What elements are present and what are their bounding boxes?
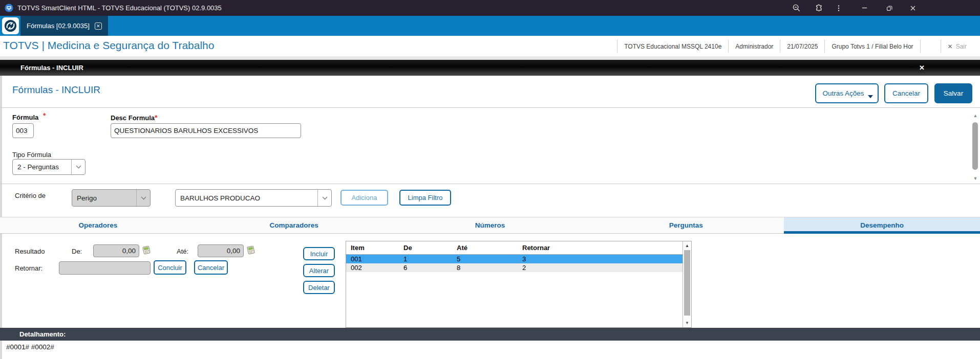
tipo-formula-label: Tipo Fórmula xyxy=(12,151,51,159)
screen: TOTVS SmartClient HTML - TOTVS Educacion… xyxy=(0,0,980,359)
app-tab-formulas[interactable]: Fórmulas [02.9.0035] ✕ xyxy=(20,16,108,36)
column-retornar: Retornar xyxy=(518,244,691,252)
app-tabstrip: Fórmulas [02.9.0035] ✕ xyxy=(0,16,980,36)
tab-desempenho[interactable]: Desempenho xyxy=(784,217,980,233)
scroll-up-icon[interactable]: ▲ xyxy=(971,113,979,118)
minimize-button[interactable] xyxy=(857,2,871,14)
header-divider xyxy=(0,56,980,60)
grid-scrollbar[interactable]: ▲ ▼ xyxy=(683,241,691,327)
save-button[interactable]: Salvar xyxy=(934,83,972,103)
resultado-label: Resultado xyxy=(15,248,45,255)
tab-operadores[interactable]: Operadores xyxy=(0,217,196,233)
detalhamento-bar: Detalhamento: xyxy=(0,328,980,341)
current-date: 21/07/2025 xyxy=(780,40,824,53)
deletar-button[interactable]: Deletar xyxy=(303,281,335,294)
user-name: Administrador xyxy=(728,40,780,53)
cell-retornar: 3 xyxy=(518,255,691,263)
main-content: Fórmulas - INCLUIR Outras Ações Cancelar… xyxy=(0,76,980,359)
cancelar-item-button[interactable]: Cancelar xyxy=(194,260,228,275)
menu-kebab-icon[interactable] xyxy=(832,2,846,14)
zoom-search-icon[interactable] xyxy=(789,2,803,14)
tipo-formula-select[interactable]: 2 - Perguntas xyxy=(12,159,86,175)
retornar-input[interactable] xyxy=(59,261,151,275)
cell-item: 001 xyxy=(346,255,399,263)
tabs-bar: Operadores Comparadores Números Pergunta… xyxy=(0,217,980,234)
tab-close-icon[interactable]: ✕ xyxy=(95,23,102,30)
grid-header: Item De Até Retornar xyxy=(346,241,691,255)
tab-comparadores[interactable]: Comparadores xyxy=(196,217,392,233)
retornar-label: Retornar: xyxy=(15,264,42,272)
window-title: TOTVS SmartClient HTML - TOTVS Educacion… xyxy=(17,0,222,16)
panel-close-icon[interactable]: ✕ xyxy=(919,60,925,76)
concluir-button[interactable]: Concluir xyxy=(154,260,186,275)
chevron-down-icon xyxy=(317,190,331,206)
desc-formula-input[interactable] xyxy=(111,123,301,138)
app-icon xyxy=(5,4,13,12)
panel-title: Fórmulas - INCLUIR xyxy=(20,60,83,76)
restore-button[interactable] xyxy=(882,2,897,14)
calculator-icon[interactable] xyxy=(141,245,152,255)
de-label: De: xyxy=(72,248,82,255)
cell-item: 002 xyxy=(346,264,399,272)
close-icon: ✕ xyxy=(948,43,953,50)
scroll-up-icon[interactable]: ▲ xyxy=(683,242,691,250)
ate-input[interactable] xyxy=(198,244,244,257)
divider xyxy=(0,184,980,184)
column-de: De xyxy=(399,244,452,252)
cell-de: 1 xyxy=(399,255,452,263)
formula-input[interactable] xyxy=(12,123,34,138)
window-titlebar: TOTVS SmartClient HTML - TOTVS Educacion… xyxy=(0,0,980,16)
resultados-grid: Item De Até Retornar 001 1 5 3 002 6 8 2… xyxy=(346,241,692,328)
cancel-button[interactable]: Cancelar xyxy=(884,83,928,103)
calculator-icon[interactable] xyxy=(246,245,256,255)
detalhamento-value: #0001# #0002# xyxy=(6,343,54,351)
criterio-tipo-select[interactable]: Perigo xyxy=(72,189,151,207)
extensions-icon[interactable] xyxy=(811,2,825,14)
divider xyxy=(0,107,980,108)
branch-name: Grupo Totvs 1 / Filial Belo Hor xyxy=(824,40,920,53)
close-button[interactable] xyxy=(906,2,920,14)
logout-label: Sair xyxy=(956,43,967,50)
grid-row[interactable]: 002 6 8 2 xyxy=(346,263,691,272)
detalhamento-label: Detalhamento: xyxy=(19,330,66,338)
cell-ate: 5 xyxy=(452,255,518,263)
de-input[interactable] xyxy=(93,244,139,257)
limpa-filtro-button[interactable]: Limpa Filtro xyxy=(399,190,451,206)
environment-name: TOTVS Educacional MSSQL 2410e xyxy=(617,40,728,53)
cell-retornar: 2 xyxy=(518,264,691,272)
cell-de: 6 xyxy=(399,264,452,272)
criterio-valor-value: BARULHOS PRODUCAO xyxy=(180,194,260,202)
column-item: Item xyxy=(346,244,399,252)
criterio-valor-select[interactable]: BARULHOS PRODUCAO xyxy=(175,189,332,207)
cell-ate: 8 xyxy=(452,264,518,272)
criterio-label: Critério de xyxy=(15,192,46,199)
criterio-tipo-value: Perigo xyxy=(77,194,97,202)
panel-titlebar: Fórmulas - INCLUIR ✕ xyxy=(0,60,980,76)
tab-numeros[interactable]: Números xyxy=(392,217,588,233)
grid-row-selected[interactable]: 001 1 5 3 xyxy=(346,255,691,263)
logout-button[interactable]: ✕Sair xyxy=(941,40,973,53)
environment-info: TOTVS Educacional MSSQL 2410e Administra… xyxy=(617,40,973,53)
header-spacer xyxy=(920,40,941,53)
column-ate: Até xyxy=(452,244,518,252)
alterar-button[interactable]: Alterar xyxy=(303,264,335,277)
adiciona-button[interactable]: Adiciona xyxy=(340,190,388,206)
totvs-logo-icon[interactable] xyxy=(2,17,19,34)
module-title: TOTVS | Medicina e Segurança do Trabalho xyxy=(3,39,214,52)
other-actions-label: Outras Ações xyxy=(822,89,864,97)
required-marker: * xyxy=(43,111,46,120)
tab-perguntas[interactable]: Perguntas xyxy=(588,217,784,233)
desc-formula-label-text: Desc Formula xyxy=(111,114,155,122)
other-actions-button[interactable]: Outras Ações xyxy=(815,83,879,103)
page-title: Fórmulas - INCLUIR xyxy=(12,84,100,96)
scroll-down-icon[interactable]: ▼ xyxy=(971,176,979,181)
app-header: TOTVS | Medicina e Segurança do Trabalho… xyxy=(0,36,980,56)
scrollbar-thumb[interactable] xyxy=(972,122,978,170)
scroll-down-icon[interactable]: ▼ xyxy=(683,319,691,327)
chevron-down-icon xyxy=(136,190,150,206)
scrollbar-thumb[interactable] xyxy=(684,250,690,316)
required-marker: * xyxy=(155,114,157,122)
app-tab-label: Fórmulas [02.9.0035] xyxy=(27,22,90,30)
incluir-button[interactable]: Incluir xyxy=(303,247,335,260)
formula-label: Fórmula xyxy=(12,114,38,121)
